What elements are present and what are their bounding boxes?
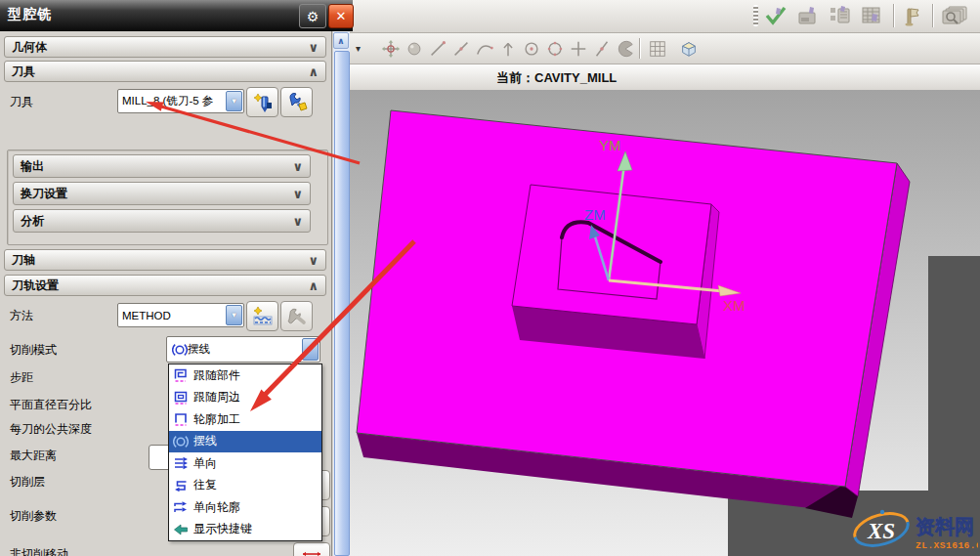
chevron-down-icon: ∨ — [292, 214, 303, 229]
replay-toolpath-icon — [796, 5, 820, 26]
chevron-down-icon: ∨ — [308, 253, 319, 268]
snap-center-button[interactable] — [520, 37, 542, 60]
profile-icon — [172, 411, 189, 427]
move-point-icon — [381, 39, 401, 59]
zigzag-icon — [172, 478, 189, 493]
edit-tool-button[interactable] — [280, 87, 313, 117]
status-bar: 当前：CAVITY_MILL — [350, 64, 980, 91]
cut-pattern-select-arrow[interactable]: ▼ — [302, 338, 319, 361]
section-header-tool[interactable]: 刀具 ∧ — [4, 61, 326, 82]
cut-pattern-option-profile[interactable]: 轮廓加工 — [169, 408, 321, 431]
grid-snap-button[interactable] — [646, 37, 668, 60]
watermark-site-name: 资料网 — [916, 516, 974, 537]
snap-quadrant-button[interactable] — [543, 37, 566, 60]
section-header-geometry[interactable]: 几何体 ∨ — [4, 36, 326, 58]
watermark-logo-text: XS — [867, 519, 895, 543]
trochoidal-icon — [172, 434, 189, 449]
scrollbar-up-arrow[interactable]: ∧ — [333, 32, 349, 49]
new-method-button[interactable] — [246, 301, 278, 331]
flag-icon — [900, 5, 923, 26]
section-header-analysis[interactable]: 分析 ∨ — [13, 209, 311, 233]
edit-method-button[interactable] — [280, 301, 313, 331]
snap-point-button[interactable] — [379, 37, 402, 60]
toolbar-overflow-arrow[interactable]: ▾ — [356, 43, 361, 54]
layers-magnifier-icon — [939, 5, 970, 26]
cut-pattern-option-follow-part[interactable]: 跟随部件 — [169, 364, 321, 387]
param-label-non-cutting-moves: 非切削移动 — [10, 546, 68, 556]
point-on-line-icon — [592, 39, 612, 59]
section-header-tool-axis[interactable]: 刀轴 ∨ — [4, 249, 326, 271]
watermark-logo: XS 资料网 ZL.XS1616.COM — [848, 504, 978, 554]
chevron-up-icon: ∧ — [308, 64, 319, 79]
flag-tool-button[interactable] — [898, 3, 925, 28]
chevron-down-icon: ∨ — [292, 159, 303, 174]
cut-pattern-option-follow-periphery[interactable]: 跟随周边 — [169, 387, 321, 409]
section-header-tool-change[interactable]: 换刀设置 ∨ — [13, 182, 311, 205]
generate-toolpath-button[interactable] — [762, 3, 789, 28]
cut-pattern-option-zigzag[interactable]: 往复 — [169, 475, 321, 497]
cavity-mill-dialog: 几何体 ∨ 刀具 ∧ 刀具 MILL_8 (铣刀-5 参 ▼ 输出 ∨ 换刀设置 — [0, 30, 332, 556]
snap-endpoint-button[interactable] — [426, 37, 448, 60]
snap-point-toolbar: ▾ — [350, 33, 980, 64]
layers-view-button[interactable] — [937, 3, 972, 28]
work-view-button[interactable] — [677, 37, 700, 60]
plus-icon — [569, 39, 588, 59]
snap-point-on-curve-button[interactable] — [590, 37, 613, 60]
snap-intersection-button[interactable] — [567, 37, 589, 60]
axis-label-ym: YM — [599, 137, 621, 153]
generate-toolpath-icon — [764, 5, 788, 26]
cut-pattern-option-zig-with-contour[interactable]: 单向轮廓 — [169, 496, 321, 519]
tool-select-arrow[interactable]: ▼ — [226, 91, 242, 111]
ball-icon — [405, 39, 424, 59]
snap-ball-button[interactable] — [403, 37, 425, 60]
dialog-options-button[interactable]: ⚙ — [299, 4, 326, 28]
method-select-arrow[interactable]: ▼ — [226, 305, 242, 325]
method-select[interactable]: METHOD ▼ — [117, 303, 244, 327]
snap-arc-button[interactable] — [473, 37, 495, 60]
zig-icon — [172, 455, 189, 471]
dialog-title: 型腔铣 — [8, 6, 52, 23]
snap-vertex-button[interactable] — [496, 37, 519, 60]
dropdown-option-show-shortcuts[interactable]: 显示快捷键 — [169, 519, 321, 541]
param-label-cutting-parameters: 切削参数 — [10, 508, 57, 525]
graphics-viewport[interactable]: YM ZM XM XS 资料网 ZL.XS1616.COM — [350, 90, 980, 556]
chevron-up-icon: ∧ — [308, 278, 319, 293]
cut-pattern-select[interactable]: 摆线 ▼ — [166, 336, 320, 363]
chevron-down-icon: ∨ — [292, 187, 303, 201]
param-label-common-depth: 每刀的公共深度 — [10, 421, 92, 438]
new-tool-button[interactable] — [246, 87, 278, 117]
cut-pattern-option-zig[interactable]: 单向 — [169, 452, 321, 475]
param-label-max-distance: 最大距离 — [10, 448, 57, 464]
dialog-scrollbar[interactable]: ∧ — [333, 30, 350, 556]
current-operation-label: 当前：CAVITY_MILL — [496, 69, 617, 87]
watermark: XS 资料网 ZL.XS1616.COM — [848, 504, 978, 554]
param-label-stepover: 步距 — [10, 369, 33, 386]
cut-pattern-dropdown: 跟随部件 跟随周边 轮廓加工 摆线 单向 往复 — [168, 364, 322, 541]
scrollbar-thumb[interactable] — [334, 51, 350, 556]
verify-toolpath-button[interactable] — [859, 3, 886, 28]
method-label: 方法 — [10, 308, 33, 324]
show-shortcuts-arrow-icon — [172, 522, 189, 537]
param-label-flat-diameter-percent: 平面直径百分比 — [10, 397, 92, 413]
part-3d-scene: YM ZM XM — [350, 90, 980, 556]
verify-toolpath-icon — [861, 5, 884, 26]
snap-point-on-face-button[interactable] — [614, 37, 636, 60]
section-header-path-settings[interactable]: 刀轨设置 ∧ — [4, 275, 326, 296]
new-method-icon — [252, 306, 274, 327]
chevron-down-icon: ∨ — [308, 40, 319, 55]
line-endpoint-icon — [428, 39, 447, 59]
list-toolpath-button[interactable] — [827, 3, 854, 28]
non-cutting-moves-button[interactable] — [293, 542, 330, 556]
operations-toolbar — [350, 0, 980, 33]
pacman-icon — [616, 39, 635, 59]
dialog-titlebar[interactable]: 型腔铣 ⚙ ✕ — [0, 0, 353, 31]
cube-3d-icon — [679, 39, 699, 59]
tool-select[interactable]: MILL_8 (铣刀-5 参 ▼ — [117, 89, 244, 113]
cut-pattern-option-trochoidal[interactable]: 摆线 — [169, 431, 321, 453]
non-cutting-moves-icon — [299, 548, 324, 556]
snap-midpoint-button[interactable] — [449, 37, 472, 60]
replay-toolpath-button[interactable] — [794, 3, 822, 28]
toolbar-grip[interactable] — [753, 5, 758, 26]
dialog-close-button[interactable]: ✕ — [328, 4, 354, 28]
section-header-output[interactable]: 输出 ∨ — [13, 154, 311, 178]
